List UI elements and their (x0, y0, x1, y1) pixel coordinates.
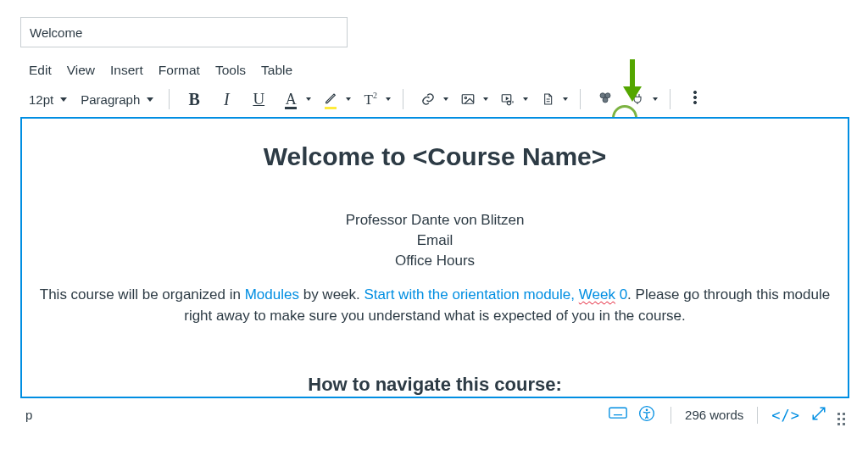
toolbar-separator (169, 89, 170, 109)
text-color-dropdown[interactable]: A (278, 86, 311, 112)
menu-tools[interactable]: Tools (215, 63, 246, 78)
apps-icon (598, 90, 613, 108)
word-count: 296 words (685, 408, 743, 422)
menu-view[interactable]: View (67, 63, 95, 78)
chevron-down-icon (443, 97, 448, 101)
bold-button[interactable]: B (181, 86, 207, 112)
editor-statusbar: p 296 words </> (0, 398, 868, 426)
menu-table[interactable]: Table (261, 63, 292, 78)
font-size-dropdown[interactable]: 12pt (25, 89, 70, 110)
chevron-down-icon (523, 97, 528, 101)
text-color-A-icon: A (286, 91, 297, 108)
svg-point-5 (603, 97, 608, 103)
resize-handle[interactable] (837, 403, 849, 426)
chevron-down-icon (306, 97, 311, 101)
superscript-icon: T2 (364, 91, 377, 108)
font-size-label: 12pt (29, 92, 53, 107)
italic-button[interactable]: I (214, 86, 239, 112)
underline-button[interactable]: U (246, 86, 271, 112)
overflow-menu-button[interactable] (682, 86, 708, 112)
block-format-dropdown[interactable]: Paragraph (77, 89, 157, 110)
content-professor-line: Professor Dante von Blitzen (34, 212, 836, 229)
link-icon (415, 86, 441, 112)
block-format-label: Paragraph (81, 92, 140, 107)
plug-icon (625, 86, 650, 112)
toolbar-separator (403, 89, 403, 109)
chevron-down-icon (386, 97, 391, 101)
toolbar-separator (670, 89, 670, 109)
plugins-dropdown[interactable] (625, 86, 658, 112)
content-intro-paragraph: This course will be organized in Modules… (37, 285, 832, 326)
media-icon (495, 86, 520, 112)
svg-point-8 (694, 101, 697, 103)
superscript-dropdown[interactable]: T2 (358, 86, 391, 112)
accessibility-icon (638, 405, 655, 425)
element-path[interactable]: p (25, 408, 32, 422)
svg-rect-11 (609, 408, 626, 418)
content-email-line: Email (34, 232, 836, 249)
svg-point-7 (694, 96, 697, 98)
grip-icon (837, 413, 849, 426)
chevron-down-icon (563, 97, 568, 101)
chevron-down-icon (60, 97, 67, 102)
editor-menubar: Edit View Insert Format Tools Table (0, 58, 868, 83)
text-color-swatch (285, 107, 297, 109)
kebab-icon (693, 90, 698, 108)
toolbar-separator (580, 89, 581, 109)
editor-toolbar: 12pt Paragraph B I U A T2 (0, 83, 868, 117)
expand-icon (811, 406, 826, 424)
chevron-down-icon (483, 97, 488, 101)
fullscreen-button[interactable] (809, 405, 829, 425)
svg-rect-0 (463, 95, 475, 104)
statusbar-separator (757, 407, 758, 424)
menu-format[interactable]: Format (159, 63, 200, 78)
chevron-down-icon (147, 97, 153, 102)
rich-text-editor-area[interactable]: Welcome to <Course Name> Professor Dante… (20, 117, 849, 398)
document-icon (535, 86, 560, 112)
content-office-hours-line: Office Hours (34, 253, 836, 269)
highlighter-icon (324, 91, 337, 108)
insert-media-dropdown[interactable] (495, 86, 528, 112)
insert-document-dropdown[interactable] (535, 86, 568, 112)
chevron-down-icon (346, 97, 351, 101)
external-apps-button[interactable] (593, 86, 618, 112)
menu-insert[interactable]: Insert (110, 63, 143, 78)
page-title-input[interactable] (20, 17, 348, 47)
svg-point-6 (694, 91, 697, 93)
content-subheading: How to navigate this course: (34, 374, 836, 396)
chevron-down-icon (653, 97, 658, 101)
svg-point-13 (646, 409, 648, 412)
insert-image-dropdown[interactable] (455, 86, 488, 112)
orientation-link[interactable]: Start with the orientation module, Week … (364, 286, 628, 303)
menu-edit[interactable]: Edit (29, 63, 52, 78)
insert-link-dropdown[interactable] (415, 86, 448, 112)
highlight-color-swatch (325, 107, 337, 109)
modules-link[interactable]: Modules (245, 286, 299, 303)
statusbar-separator (670, 407, 671, 424)
svg-point-1 (465, 97, 467, 98)
content-heading: Welcome to <Course Name> (34, 142, 836, 171)
highlight-color-dropdown[interactable] (318, 86, 351, 112)
accessibility-checker-button[interactable] (637, 405, 657, 425)
image-icon (455, 86, 481, 112)
keyboard-shortcuts-button[interactable] (608, 405, 628, 425)
keyboard-icon (609, 407, 627, 423)
html-view-button[interactable]: </> (771, 407, 800, 424)
